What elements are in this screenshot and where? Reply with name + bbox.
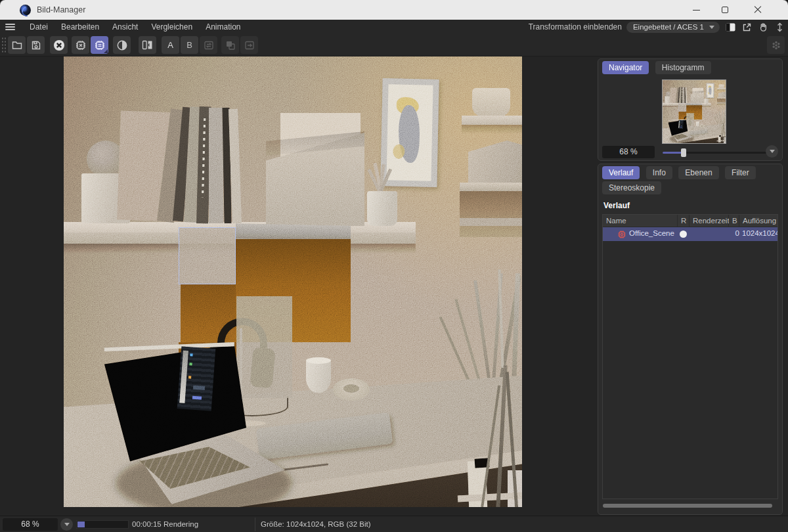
render-progress-fill [77,521,85,527]
menu-ansicht[interactable]: Ansicht [106,20,144,33]
statusbar-zoom-value[interactable]: 68 % [3,518,58,531]
navigator-zoom-value[interactable]: 68 % [602,146,655,158]
pan-hand-icon[interactable] [757,21,769,33]
version-a-label: A [167,40,173,50]
minimize-button[interactable] [683,0,709,20]
tab-filter[interactable]: Filter [725,166,756,179]
render-time-status: 00:00:15 Rendering [132,520,198,528]
version-b-button[interactable]: B [181,36,198,54]
swap-icon [203,39,215,51]
col-renderzeit[interactable]: Renderzeit [690,215,728,227]
chip-icon [93,39,106,52]
navigator-panel: Navigator Histogramm [598,58,783,161]
compare-filter-button[interactable] [113,36,131,54]
col-name[interactable]: Name [603,215,677,227]
render-button[interactable] [91,36,108,54]
split-view-button[interactable] [724,21,736,33]
toolbar-grip-handle[interactable] [1,37,6,54]
export-button[interactable] [240,36,258,54]
titlebar: Bild-Manager [0,0,788,20]
flake-icon [770,39,782,51]
compare-ab-button[interactable] [139,36,156,54]
small-plant [361,163,400,226]
horizontal-scrollbar[interactable] [603,504,772,508]
zoom-slider-handle[interactable] [681,148,686,157]
maximize-button[interactable] [712,0,738,20]
render-scene-art [64,56,522,507]
statusbar-zoom-options-button[interactable] [60,518,73,531]
version-a-button[interactable]: A [162,36,179,54]
zoom-slider[interactable] [663,152,766,154]
chevron-down-icon [770,150,775,153]
menu-bearbeiten[interactable]: Bearbeiten [55,20,106,33]
save-icon [30,39,42,51]
node-material-button[interactable] [767,36,785,54]
tab-verlauf[interactable]: Verlauf [602,166,640,179]
fit-vertical-icon[interactable] [774,21,785,33]
clear-buffer-button[interactable] [72,36,89,54]
right-shelf-unit [456,83,522,240]
pampas-grass-front [477,365,522,507]
close-button[interactable] [745,0,771,20]
menu-vergleichen[interactable]: Vergleichen [144,20,199,33]
save-button[interactable] [27,36,45,54]
mug [306,360,331,393]
transformation-toggle[interactable]: Transformation einblenden [529,22,622,32]
history-table: Name R Renderzeit B Auflösung Office_Sce… [602,214,778,499]
external-window-button[interactable] [741,21,753,33]
row-resolution: 1024x1024 [742,229,778,237]
render-bucket-indicator [179,227,236,284]
contrast-icon [116,39,128,51]
cancel-render-button[interactable] [50,36,68,54]
open-file-button[interactable] [8,36,26,54]
layers-icon [225,39,236,51]
swap-ab-button[interactable] [200,36,217,54]
render-image-viewport[interactable] [64,56,522,507]
compare-ab-icon [141,39,154,51]
cinema4d-logo-icon [20,5,31,16]
export-icon [244,39,255,51]
statusbar: 68 % 00:00:15 Rendering Größe: 1024x1024… [0,516,788,532]
tab-stereoskopie[interactable]: Stereoskopie [602,181,661,194]
close-icon [754,6,762,14]
chevron-down-icon [64,523,70,526]
window-title: Bild-Manager [37,0,85,20]
picture-viewer-window: Bild-Manager Datei Bearbeiten Ansicht Ve… [0,0,788,532]
history-heading: Verlauf [603,201,630,210]
render-progress-bar [76,520,129,529]
navigator-options-button[interactable] [766,145,778,158]
chevron-down-icon [709,26,714,29]
content-area: Navigator Histogramm [0,56,788,516]
books [119,106,241,225]
row-render-dot [680,231,687,238]
minimize-icon [693,10,700,11]
menu-datei[interactable]: Datei [23,20,55,33]
colorspace-value: Eingebettet / ACES 1 [633,23,704,31]
tab-histogramm[interactable]: Histogramm [655,61,711,74]
statusbar-divider [255,518,255,531]
hamburger-menu-icon[interactable] [5,24,15,30]
file-organizer [266,112,364,226]
version-b-label: B [186,40,192,50]
colorspace-dropdown[interactable]: Eingebettet / ACES 1 [626,22,720,33]
laptop-screen-rendered-strip [177,346,216,410]
navigator-thumbnail[interactable] [662,79,726,144]
tab-ebenen[interactable]: Ebenen [678,166,718,179]
cancel-render-icon [53,39,66,52]
col-b[interactable]: B [729,215,739,227]
row-b-value: 0 [732,229,739,237]
tab-info[interactable]: Info [646,166,672,179]
row-name: Office_Scene [629,229,674,237]
tab-navigator[interactable]: Navigator [602,61,649,74]
menu-animation[interactable]: Animation [199,20,247,33]
laptop [90,339,300,497]
history-panel: Verlauf Info Ebenen Filter Stereoskopie … [598,164,783,515]
copy-to-layer-button[interactable] [221,36,239,54]
col-r[interactable]: R [678,215,689,227]
folder-icon [11,39,23,51]
toolbar: A B [0,34,788,56]
menubar: Datei Bearbeiten Ansicht Vergleichen Ani… [0,20,788,34]
table-row[interactable]: Office_Scene 0 1024x1024 [603,227,778,241]
col-aufloesung[interactable]: Auflösung [739,215,778,227]
render-chip-icon [617,230,626,239]
